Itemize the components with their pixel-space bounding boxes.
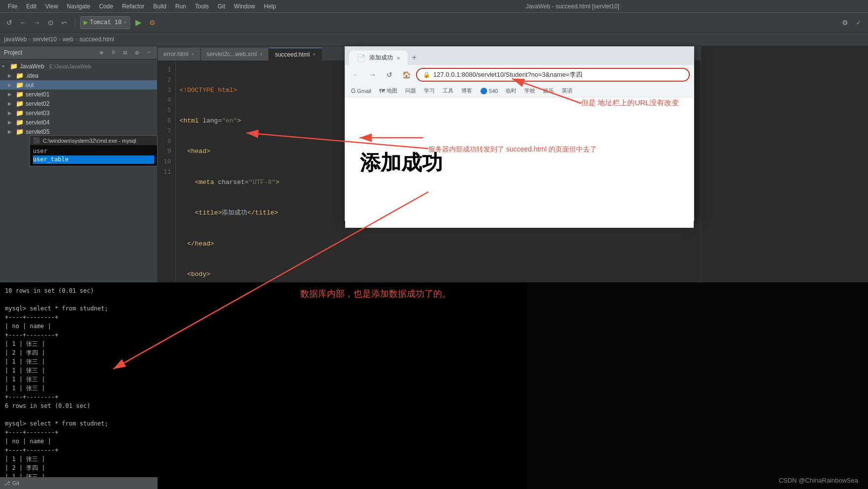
bookmark-entertainment[interactable]: 娱乐 <box>541 86 556 95</box>
tab-close-icon[interactable]: × <box>260 52 263 57</box>
forward-annotation-text: 服务器内部成功转发到了 succeed.html 的页面但中去了 <box>428 145 597 154</box>
db-annotation-text: 数据库内部，也是添加数据成功了的。 <box>300 288 451 300</box>
browser-window: 📄 添加成功 × + ← → ↺ 🏠 🔒 127.0.0.1:8080/serv… <box>345 46 694 221</box>
expand-icon[interactable]: ⊟ <box>121 48 129 57</box>
browser-refresh-button[interactable]: ↺ <box>383 68 396 82</box>
browser-page-content: 添加成功 <box>345 97 694 228</box>
menu-file[interactable]: File <box>4 2 21 11</box>
tree-item-out[interactable]: ▶ 📁 out <box>0 80 157 90</box>
menu-run[interactable]: Run <box>171 2 190 11</box>
terminal-prompt-1: mysql> select * from studnet; <box>5 305 108 312</box>
browser-back-button[interactable]: ← <box>349 68 363 82</box>
tree-item-servlet03[interactable]: ▶ 📁 servlet03 <box>0 108 157 118</box>
bookmark-label: 临时 <box>506 87 516 94</box>
tab-close-icon[interactable]: × <box>313 52 316 57</box>
tree-item-idea[interactable]: ▶ 📁 .idea <box>0 71 157 80</box>
tab-error-html[interactable]: error.html × <box>158 48 201 61</box>
history-button[interactable]: ⊙ <box>45 17 56 28</box>
cmd-line-user-table[interactable]: user_table <box>33 155 154 164</box>
address-url: 127.0.0.1:8080/servlet10/Student?no=3&na… <box>433 70 683 79</box>
tree-item-servlet01[interactable]: ▶ 📁 servlet01 <box>0 90 157 99</box>
browser-controls: ← → ↺ 🏠 🔒 127.0.0.1:8080/servlet10/Stude… <box>345 65 694 85</box>
back-button[interactable]: ← <box>18 17 29 28</box>
maps-icon: 🗺 <box>379 88 385 94</box>
close-sidebar-icon[interactable]: − <box>144 48 153 57</box>
bookmark-label: 地图 <box>386 87 397 94</box>
tree-arrow-icon: ▶ <box>8 110 14 116</box>
sidebar-settings-icon[interactable]: ≡ <box>109 48 118 57</box>
tree-item-servlet04[interactable]: ▶ 📁 servlet04 <box>0 118 157 127</box>
sidebar-header: Project ⊕ ≡ ⊟ ⚙ − <box>0 46 157 60</box>
run-config-selector[interactable]: ▶ Tomcat 10 ▾ <box>80 16 130 29</box>
terminal-rows-count: 10 rows in set (0.01 sec) <box>5 287 94 294</box>
menu-help[interactable]: Help <box>260 2 280 11</box>
tab-succeed-html[interactable]: succeed.html × <box>269 48 322 61</box>
bookmark-540[interactable]: 🔵 540 <box>478 87 500 95</box>
url-annotation-text: 但是 地址栏上的URL没有改变 <box>581 98 679 108</box>
undo-button[interactable]: ⤺ <box>59 17 70 28</box>
browser-home-button[interactable]: 🏠 <box>399 68 413 82</box>
tree-arrow-icon: ▶ <box>8 82 14 88</box>
menu-code[interactable]: Code <box>95 2 117 11</box>
breadcrumb-folder[interactable]: web <box>63 36 73 43</box>
browser-new-tab-button[interactable]: + <box>408 52 420 64</box>
new-folder-icon[interactable]: ⊕ <box>97 48 106 57</box>
menu-tools[interactable]: Tools <box>191 2 213 11</box>
checkmark-button[interactable]: ✓ <box>853 17 864 28</box>
bookmark-temp[interactable]: 临时 <box>504 86 518 95</box>
debug-button[interactable]: ⚙ <box>147 17 158 28</box>
menu-edit[interactable]: Edit <box>22 2 40 11</box>
breadcrumb-module[interactable]: servlet10 <box>32 36 57 43</box>
bookmark-questions[interactable]: 问题 <box>403 86 418 95</box>
bookmark-study[interactable]: 学习 <box>422 86 437 95</box>
browser-tab-title: 添加成功 <box>369 54 393 62</box>
browser-active-tab[interactable]: 📄 添加成功 × <box>349 51 408 65</box>
terminal-divider2: +----+--------+ <box>5 429 58 436</box>
breadcrumb-project[interactable]: javaWeb <box>4 36 27 43</box>
browser-tab-close-icon[interactable]: × <box>397 55 400 61</box>
menu-view[interactable]: View <box>41 2 62 11</box>
terminal-divider2: +----+--------+ <box>5 447 58 454</box>
540-icon: 🔵 <box>480 88 487 94</box>
window-title: JavaWeb - succeed.html [servlet10] <box>526 3 619 10</box>
tab-close-icon[interactable]: × <box>192 52 194 57</box>
menu-navigate[interactable]: Navigate <box>63 2 94 11</box>
cmd-popup-header: ⬛ C:\windows\system32\cmd.exe - mysql <box>30 136 157 145</box>
browser-forward-button[interactable]: → <box>366 68 380 82</box>
tab-label: succeed.html <box>275 51 310 58</box>
tree-root-javaweb[interactable]: ▾ 📁 JavaWeb E:\Java\JavaWeb <box>0 61 157 71</box>
address-bar[interactable]: 🔒 127.0.0.1:8080/servlet10/Student?no=3&… <box>416 68 690 82</box>
bookmark-maps[interactable]: 🗺 地图 <box>377 86 399 95</box>
menu-bar: File Edit View Navigate Code Refactor Bu… <box>0 0 868 13</box>
browser-tab-icon: 📄 <box>357 54 365 62</box>
cmd-autocomplete-popup[interactable]: ⬛ C:\windows\system32\cmd.exe - mysql us… <box>30 135 158 166</box>
menu-refactor[interactable]: Refactor <box>118 2 148 11</box>
bookmark-english[interactable]: 英语 <box>560 86 575 95</box>
tree-arrow-icon: ▶ <box>8 129 14 134</box>
forward-button[interactable]: → <box>32 17 42 28</box>
run-button[interactable]: ▶ <box>133 17 144 28</box>
cmd-line-user[interactable]: user <box>33 147 154 155</box>
sidebar-gear-icon[interactable]: ⚙ <box>132 48 141 57</box>
tree-label: servlet04 <box>26 119 50 126</box>
menu-git[interactable]: Git <box>214 2 229 11</box>
bookmark-tools[interactable]: 工具 <box>441 86 455 95</box>
bookmark-label: 英语 <box>562 87 573 94</box>
terminal-divider: +----+--------+ <box>5 394 58 400</box>
bookmark-blog[interactable]: 博客 <box>459 86 474 95</box>
breadcrumb-file[interactable]: succeed.html <box>79 36 114 43</box>
tree-arrow-icon: ▶ <box>8 92 14 97</box>
tree-item-servlet02[interactable]: ▶ 📁 servlet02 <box>0 99 157 108</box>
tab-servlet-xml[interactable]: servlet2c...web.xml × <box>201 48 269 61</box>
terminal-prompt-2: mysql> select * from studnet; <box>5 420 108 427</box>
tree-label: servlet05 <box>26 128 50 135</box>
dropdown-arrow-icon: ▾ <box>124 20 127 26</box>
bookmark-gmail[interactable]: G Gmail <box>349 87 373 95</box>
terminal-row: | 1 | 张三 | <box>5 340 45 347</box>
bookmark-school[interactable]: 学校 <box>522 86 537 95</box>
menu-window[interactable]: Window <box>230 2 259 11</box>
terminal-content: 10 rows in set (0.01 sec) mysql> select … <box>5 286 522 489</box>
menu-build[interactable]: Build <box>149 2 170 11</box>
refresh-button[interactable]: ↺ <box>4 17 15 28</box>
settings-button[interactable]: ⚙ <box>839 17 850 28</box>
